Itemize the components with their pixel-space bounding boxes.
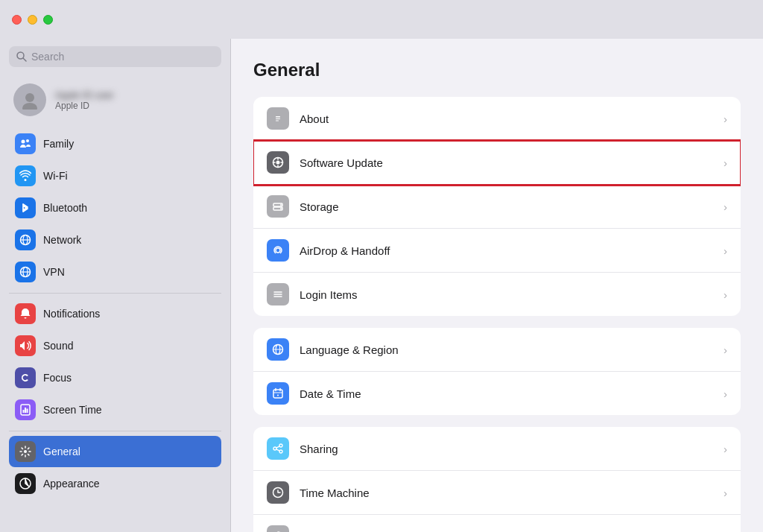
svg-point-26: [280, 204, 282, 206]
settings-row-language[interactable]: Language & Region ›: [253, 328, 741, 372]
search-icon: [16, 51, 27, 62]
apple-id-name: Apple ID user: [55, 89, 114, 101]
settings-row-login[interactable]: Login Items ›: [253, 273, 741, 316]
sidebar-item-wifi[interactable]: Wi-Fi: [9, 160, 221, 191]
svg-point-2: [25, 93, 34, 102]
apple-id-info: Apple ID user Apple ID: [55, 89, 114, 111]
software-update-label: Software Update: [300, 156, 724, 169]
timemachine-label: Time Machine: [300, 487, 724, 499]
sidebar-item-notifications[interactable]: Notifications: [9, 298, 221, 329]
svg-point-3: [22, 103, 37, 110]
sidebar-item-screentime[interactable]: Screen Time: [9, 394, 221, 425]
login-label: Login Items: [300, 288, 724, 301]
timemachine-chevron: ›: [724, 487, 727, 499]
svg-rect-35: [273, 390, 282, 398]
language-icon: [267, 338, 289, 361]
svg-line-43: [276, 446, 279, 448]
sidebar-section-2: General Appearance: [9, 436, 221, 500]
sidebar-item-appearance[interactable]: Appearance: [9, 468, 221, 499]
svg-point-27: [280, 208, 282, 209]
svg-point-42: [279, 450, 282, 453]
main-layout: Apple ID user Apple ID Family: [0, 39, 763, 532]
sidebar-divider-1: [9, 293, 221, 294]
settings-row-about[interactable]: About ›: [253, 97, 741, 141]
svg-line-44: [276, 449, 279, 451]
svg-point-23: [276, 161, 280, 165]
page-title: General: [253, 60, 741, 80]
svg-point-40: [279, 444, 282, 447]
settings-row-airdrop[interactable]: AirDrop & Handoff ›: [253, 229, 741, 273]
airdrop-icon: [267, 239, 289, 262]
sharing-label: Sharing: [300, 443, 724, 455]
settings-row-datetime[interactable]: Date & Time ›: [253, 372, 741, 415]
sidebar-section-0: Family Wi-Fi: [9, 128, 221, 288]
settings-row-sharing[interactable]: Sharing ›: [253, 427, 741, 471]
wifi-icon: [15, 165, 36, 186]
title-bar: [0, 0, 763, 39]
focus-icon: [15, 367, 36, 388]
family-icon: [15, 133, 36, 154]
apple-id-label: Apple ID: [55, 101, 114, 111]
svg-rect-14: [25, 408, 26, 413]
minimize-button[interactable]: [28, 15, 37, 25]
close-button[interactable]: [12, 15, 22, 25]
language-chevron: ›: [724, 343, 727, 356]
sidebar-item-label-network: Network: [43, 234, 81, 246]
sidebar-item-label-vpn: VPN: [43, 266, 65, 278]
sidebar-section-1: Notifications Sound Fo: [9, 298, 221, 426]
airdrop-chevron: ›: [724, 244, 727, 257]
sidebar-item-label-wifi: Wi-Fi: [43, 170, 68, 182]
sidebar-item-label-family: Family: [43, 138, 74, 150]
storage-chevron: ›: [724, 200, 727, 213]
svg-rect-19: [276, 116, 280, 118]
svg-line-1: [23, 58, 26, 61]
screentime-icon: [15, 399, 36, 420]
software-update-chevron: ›: [724, 156, 727, 169]
apple-id-section[interactable]: Apple ID user Apple ID: [9, 77, 221, 122]
vpn-icon: [15, 262, 36, 282]
sharing-icon: [267, 437, 289, 460]
software-update-icon: [267, 151, 289, 174]
login-icon: [267, 283, 289, 305]
general-icon: [15, 441, 36, 462]
sidebar-item-sound[interactable]: Sound: [9, 330, 221, 361]
airdrop-label: AirDrop & Handoff: [300, 244, 724, 257]
sidebar-item-label-appearance: Appearance: [43, 478, 100, 490]
appearance-icon: [15, 473, 36, 494]
sharing-chevron: ›: [724, 443, 727, 455]
sidebar-item-label-screentime: Screen Time: [43, 404, 102, 416]
settings-row-timemachine[interactable]: Time Machine ›: [253, 471, 741, 515]
sidebar-item-family[interactable]: Family: [9, 128, 221, 159]
storage-label: Storage: [300, 200, 724, 213]
svg-point-16: [24, 450, 27, 453]
settings-row-storage[interactable]: Storage ›: [253, 185, 741, 229]
datetime-label: Date & Time: [300, 387, 724, 400]
settings-section-1: Language & Region › Date & Time ›: [253, 328, 741, 415]
svg-rect-15: [27, 409, 28, 414]
svg-point-28: [276, 248, 280, 253]
sidebar-item-general[interactable]: General: [9, 436, 221, 467]
storage-icon: [267, 195, 289, 218]
network-icon: [15, 229, 36, 250]
sidebar-item-bluetooth[interactable]: Bluetooth: [9, 192, 221, 224]
search-input[interactable]: [31, 51, 214, 63]
search-bar[interactable]: [9, 46, 221, 67]
sidebar-item-label-bluetooth: Bluetooth: [43, 202, 87, 214]
svg-point-41: [273, 447, 276, 450]
maximize-button[interactable]: [43, 15, 53, 25]
settings-row-transfer[interactable]: Transfer or Reset ›: [253, 515, 741, 532]
about-label: About: [300, 113, 724, 125]
sidebar-item-label-focus: Focus: [43, 372, 72, 384]
sidebar-item-network[interactable]: Network: [9, 224, 221, 256]
settings-section-0: About › Software Update ›: [253, 97, 741, 316]
settings-row-software-update[interactable]: Software Update ›: [253, 141, 741, 185]
sidebar-item-vpn[interactable]: VPN: [9, 256, 221, 288]
sidebar-item-label-sound: Sound: [43, 340, 73, 352]
transfer-icon: [267, 525, 289, 532]
sidebar-item-focus[interactable]: Focus: [9, 362, 221, 393]
login-chevron: ›: [724, 288, 727, 301]
svg-point-4: [22, 140, 25, 144]
avatar: [13, 83, 46, 116]
sidebar-divider-2: [9, 431, 221, 431]
about-chevron: ›: [724, 113, 727, 125]
